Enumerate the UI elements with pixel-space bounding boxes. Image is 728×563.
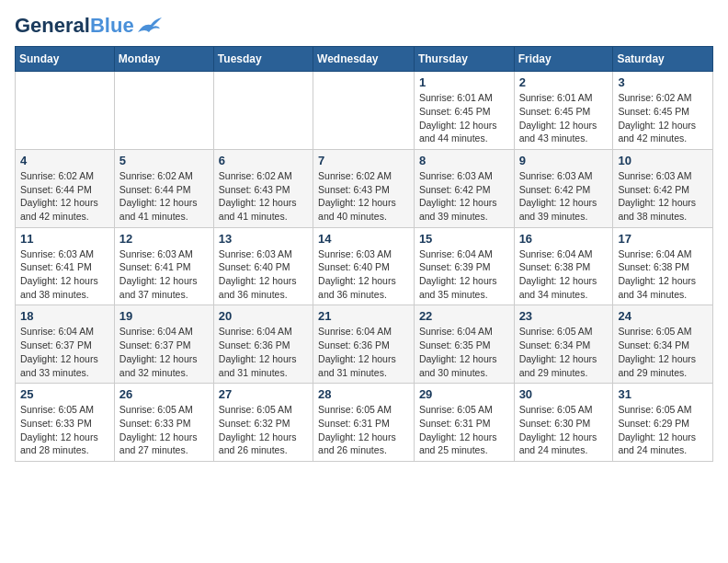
day-header-wednesday: Wednesday: [313, 47, 415, 72]
day-number: 21: [318, 309, 409, 323]
day-number: 28: [318, 387, 409, 401]
day-number: 24: [618, 309, 708, 323]
day-detail: Sunrise: 6:05 AM Sunset: 6:31 PM Dayligh…: [318, 403, 409, 457]
day-detail: Sunrise: 6:02 AM Sunset: 6:45 PM Dayligh…: [618, 91, 708, 145]
week-row-5: 25Sunrise: 6:05 AM Sunset: 6:33 PM Dayli…: [16, 384, 713, 462]
day-number: 6: [219, 154, 308, 167]
day-cell: [213, 72, 313, 150]
day-number: 29: [419, 387, 509, 401]
day-detail: Sunrise: 6:05 AM Sunset: 6:32 PM Dayligh…: [219, 403, 308, 457]
day-number: 16: [519, 232, 609, 246]
day-cell: [16, 72, 115, 150]
day-cell: 3Sunrise: 6:02 AM Sunset: 6:45 PM Daylig…: [613, 72, 713, 150]
day-number: 3: [618, 75, 708, 89]
day-cell: 17Sunrise: 6:04 AM Sunset: 6:38 PM Dayli…: [613, 227, 713, 305]
day-cell: 13Sunrise: 6:03 AM Sunset: 6:40 PM Dayli…: [213, 227, 313, 305]
day-cell: 9Sunrise: 6:03 AM Sunset: 6:42 PM Daylig…: [514, 149, 613, 227]
day-number: 7: [318, 154, 409, 167]
day-detail: Sunrise: 6:04 AM Sunset: 6:38 PM Dayligh…: [618, 247, 708, 302]
day-header-thursday: Thursday: [414, 47, 514, 72]
day-detail: Sunrise: 6:04 AM Sunset: 6:38 PM Dayligh…: [519, 247, 609, 302]
day-header-sunday: Sunday: [16, 47, 115, 72]
day-cell: [313, 72, 415, 150]
day-cell: 16Sunrise: 6:04 AM Sunset: 6:38 PM Dayli…: [514, 227, 613, 305]
day-number: 15: [419, 232, 509, 246]
header-row: SundayMondayTuesdayWednesdayThursdayFrid…: [16, 47, 713, 72]
logo: GeneralBlue: [15, 15, 162, 37]
day-number: 30: [519, 387, 609, 401]
day-number: 11: [20, 232, 109, 246]
day-number: 14: [318, 232, 409, 246]
day-cell: 1Sunrise: 6:01 AM Sunset: 6:45 PM Daylig…: [414, 72, 514, 150]
day-detail: Sunrise: 6:05 AM Sunset: 6:34 PM Dayligh…: [618, 325, 708, 379]
day-detail: Sunrise: 6:03 AM Sunset: 6:41 PM Dayligh…: [20, 247, 109, 302]
day-number: 18: [20, 309, 109, 323]
day-cell: 21Sunrise: 6:04 AM Sunset: 6:36 PM Dayli…: [313, 305, 415, 384]
day-cell: 8Sunrise: 6:03 AM Sunset: 6:42 PM Daylig…: [414, 149, 514, 227]
day-cell: 24Sunrise: 6:05 AM Sunset: 6:34 PM Dayli…: [613, 305, 713, 384]
day-header-saturday: Saturday: [613, 47, 713, 72]
day-detail: Sunrise: 6:04 AM Sunset: 6:36 PM Dayligh…: [219, 325, 308, 379]
day-cell: 18Sunrise: 6:04 AM Sunset: 6:37 PM Dayli…: [16, 305, 115, 384]
day-cell: 5Sunrise: 6:02 AM Sunset: 6:44 PM Daylig…: [114, 149, 213, 227]
day-detail: Sunrise: 6:01 AM Sunset: 6:45 PM Dayligh…: [519, 91, 609, 145]
day-cell: 19Sunrise: 6:04 AM Sunset: 6:37 PM Dayli…: [114, 305, 213, 384]
day-number: 23: [519, 309, 609, 323]
day-cell: 7Sunrise: 6:02 AM Sunset: 6:43 PM Daylig…: [313, 149, 415, 227]
day-detail: Sunrise: 6:01 AM Sunset: 6:45 PM Dayligh…: [419, 91, 509, 145]
day-cell: 22Sunrise: 6:04 AM Sunset: 6:35 PM Dayli…: [414, 305, 514, 384]
day-number: 17: [618, 232, 708, 246]
day-detail: Sunrise: 6:04 AM Sunset: 6:36 PM Dayligh…: [318, 325, 409, 379]
day-cell: 27Sunrise: 6:05 AM Sunset: 6:32 PM Dayli…: [213, 384, 313, 462]
day-detail: Sunrise: 6:03 AM Sunset: 6:42 PM Dayligh…: [419, 169, 509, 224]
day-header-tuesday: Tuesday: [213, 47, 313, 72]
day-detail: Sunrise: 6:05 AM Sunset: 6:33 PM Dayligh…: [119, 403, 209, 457]
day-cell: 31Sunrise: 6:05 AM Sunset: 6:29 PM Dayli…: [613, 384, 713, 462]
week-row-2: 4Sunrise: 6:02 AM Sunset: 6:44 PM Daylig…: [16, 149, 713, 227]
day-detail: Sunrise: 6:03 AM Sunset: 6:40 PM Dayligh…: [318, 247, 409, 302]
day-detail: Sunrise: 6:03 AM Sunset: 6:41 PM Dayligh…: [119, 247, 209, 302]
day-detail: Sunrise: 6:04 AM Sunset: 6:37 PM Dayligh…: [119, 325, 209, 379]
day-header-monday: Monday: [114, 47, 213, 72]
day-number: 10: [618, 154, 708, 167]
week-row-1: 1Sunrise: 6:01 AM Sunset: 6:45 PM Daylig…: [16, 72, 713, 150]
day-detail: Sunrise: 6:03 AM Sunset: 6:42 PM Dayligh…: [618, 169, 708, 224]
day-detail: Sunrise: 6:04 AM Sunset: 6:37 PM Dayligh…: [20, 325, 109, 379]
day-detail: Sunrise: 6:03 AM Sunset: 6:40 PM Dayligh…: [219, 247, 308, 302]
page-header: GeneralBlue: [15, 15, 713, 37]
day-cell: 28Sunrise: 6:05 AM Sunset: 6:31 PM Dayli…: [313, 384, 415, 462]
day-detail: Sunrise: 6:02 AM Sunset: 6:43 PM Dayligh…: [318, 169, 409, 224]
day-number: 19: [119, 309, 209, 323]
day-detail: Sunrise: 6:05 AM Sunset: 6:33 PM Dayligh…: [20, 403, 109, 457]
day-number: 20: [219, 309, 308, 323]
day-cell: 25Sunrise: 6:05 AM Sunset: 6:33 PM Dayli…: [16, 384, 115, 462]
day-number: 5: [119, 154, 209, 167]
week-row-3: 11Sunrise: 6:03 AM Sunset: 6:41 PM Dayli…: [16, 227, 713, 305]
day-detail: Sunrise: 6:05 AM Sunset: 6:30 PM Dayligh…: [519, 403, 609, 457]
day-cell: 23Sunrise: 6:05 AM Sunset: 6:34 PM Dayli…: [514, 305, 613, 384]
day-detail: Sunrise: 6:05 AM Sunset: 6:34 PM Dayligh…: [519, 325, 609, 379]
day-number: 27: [219, 387, 308, 401]
day-number: 31: [618, 387, 708, 401]
day-cell: 6Sunrise: 6:02 AM Sunset: 6:43 PM Daylig…: [213, 149, 313, 227]
week-row-4: 18Sunrise: 6:04 AM Sunset: 6:37 PM Dayli…: [16, 305, 713, 384]
day-detail: Sunrise: 6:03 AM Sunset: 6:42 PM Dayligh…: [519, 169, 609, 224]
day-detail: Sunrise: 6:05 AM Sunset: 6:31 PM Dayligh…: [419, 403, 509, 457]
day-number: 4: [20, 154, 109, 167]
day-cell: 20Sunrise: 6:04 AM Sunset: 6:36 PM Dayli…: [213, 305, 313, 384]
day-number: 26: [119, 387, 209, 401]
day-cell: [114, 72, 213, 150]
day-cell: 26Sunrise: 6:05 AM Sunset: 6:33 PM Dayli…: [114, 384, 213, 462]
day-number: 9: [519, 154, 609, 167]
day-detail: Sunrise: 6:02 AM Sunset: 6:44 PM Dayligh…: [20, 169, 109, 224]
day-number: 8: [419, 154, 509, 167]
day-number: 13: [219, 232, 308, 246]
calendar-table: SundayMondayTuesdayWednesdayThursdayFrid…: [15, 46, 713, 462]
day-cell: 14Sunrise: 6:03 AM Sunset: 6:40 PM Dayli…: [313, 227, 415, 305]
day-number: 25: [20, 387, 109, 401]
logo-bird-icon: [136, 16, 162, 36]
day-cell: 4Sunrise: 6:02 AM Sunset: 6:44 PM Daylig…: [16, 149, 115, 227]
day-detail: Sunrise: 6:04 AM Sunset: 6:35 PM Dayligh…: [419, 325, 509, 379]
day-cell: 30Sunrise: 6:05 AM Sunset: 6:30 PM Dayli…: [514, 384, 613, 462]
day-detail: Sunrise: 6:02 AM Sunset: 6:43 PM Dayligh…: [219, 169, 308, 224]
